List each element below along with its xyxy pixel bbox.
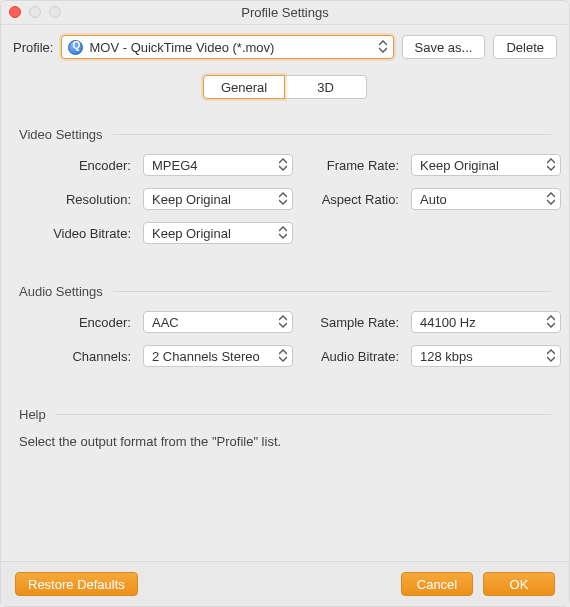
chevron-updown-icon	[547, 349, 555, 362]
ok-button[interactable]: OK	[483, 572, 555, 596]
video-settings-title: Video Settings	[19, 127, 103, 142]
video-bitrate-label: Video Bitrate:	[19, 226, 139, 241]
frame-rate-select[interactable]: Keep Original	[411, 154, 561, 176]
video-encoder-select[interactable]: MPEG4	[143, 154, 293, 176]
audio-encoder-label: Encoder:	[19, 315, 139, 330]
sample-rate-value: 44100 Hz	[420, 315, 476, 330]
video-bitrate-value: Keep Original	[152, 226, 231, 241]
quicktime-icon	[68, 40, 83, 55]
divider	[56, 414, 551, 415]
aspect-ratio-select[interactable]: Auto	[411, 188, 561, 210]
chevron-updown-icon	[279, 349, 287, 362]
help-title: Help	[19, 407, 46, 422]
minimize-icon	[29, 6, 41, 18]
help-text: Select the output format from the "Profi…	[19, 434, 551, 449]
profile-select[interactable]: MOV - QuickTime Video (*.mov)	[61, 35, 393, 59]
profile-row: Profile: MOV - QuickTime Video (*.mov) S…	[1, 25, 569, 67]
profile-value: MOV - QuickTime Video (*.mov)	[89, 40, 274, 55]
titlebar: Profile Settings	[1, 1, 569, 25]
aspect-ratio-label: Aspect Ratio:	[297, 192, 407, 207]
resolution-select[interactable]: Keep Original	[143, 188, 293, 210]
video-bitrate-select[interactable]: Keep Original	[143, 222, 293, 244]
restore-defaults-button[interactable]: Restore Defaults	[15, 572, 138, 596]
window-controls	[9, 6, 61, 18]
tab-general[interactable]: General	[203, 75, 285, 99]
chevron-updown-icon	[547, 192, 555, 205]
sample-rate-label: Sample Rate:	[297, 315, 407, 330]
sample-rate-select[interactable]: 44100 Hz	[411, 311, 561, 333]
video-encoder-value: MPEG4	[152, 158, 198, 173]
audio-encoder-value: AAC	[152, 315, 179, 330]
video-settings-header: Video Settings	[19, 127, 551, 142]
video-settings-grid: Encoder: MPEG4 Frame Rate: Keep Original…	[19, 154, 551, 244]
frame-rate-label: Frame Rate:	[297, 158, 407, 173]
divider	[113, 134, 551, 135]
channels-select[interactable]: 2 Channels Stereo	[143, 345, 293, 367]
audio-settings-header: Audio Settings	[19, 284, 551, 299]
profile-label: Profile:	[13, 40, 53, 55]
chevron-updown-icon	[547, 158, 555, 171]
chevron-updown-icon	[279, 226, 287, 239]
audio-bitrate-select[interactable]: 128 kbps	[411, 345, 561, 367]
chevron-updown-icon	[379, 40, 387, 53]
channels-label: Channels:	[19, 349, 139, 364]
tab-bar: General 3D	[1, 75, 569, 99]
tab-3d[interactable]: 3D	[285, 75, 367, 99]
close-icon[interactable]	[9, 6, 21, 18]
chevron-updown-icon	[547, 315, 555, 328]
footer: Restore Defaults Cancel OK	[1, 561, 569, 606]
channels-value: 2 Channels Stereo	[152, 349, 260, 364]
audio-bitrate-value: 128 kbps	[420, 349, 473, 364]
resolution-value: Keep Original	[152, 192, 231, 207]
chevron-updown-icon	[279, 158, 287, 171]
audio-settings-grid: Encoder: AAC Sample Rate: 44100 Hz Chann…	[19, 311, 551, 367]
delete-button[interactable]: Delete	[493, 35, 557, 59]
aspect-ratio-value: Auto	[420, 192, 447, 207]
chevron-updown-icon	[279, 315, 287, 328]
audio-bitrate-label: Audio Bitrate:	[297, 349, 407, 364]
audio-settings-title: Audio Settings	[19, 284, 103, 299]
video-encoder-label: Encoder:	[19, 158, 139, 173]
save-as-button[interactable]: Save as...	[402, 35, 486, 59]
help-header: Help	[19, 407, 551, 422]
cancel-button[interactable]: Cancel	[401, 572, 473, 596]
audio-encoder-select[interactable]: AAC	[143, 311, 293, 333]
window-title: Profile Settings	[1, 5, 569, 20]
profile-settings-window: Profile Settings Profile: MOV - QuickTim…	[0, 0, 570, 607]
maximize-icon	[49, 6, 61, 18]
divider	[113, 291, 551, 292]
frame-rate-value: Keep Original	[420, 158, 499, 173]
content-area: Video Settings Encoder: MPEG4 Frame Rate…	[1, 117, 569, 561]
chevron-updown-icon	[279, 192, 287, 205]
resolution-label: Resolution:	[19, 192, 139, 207]
